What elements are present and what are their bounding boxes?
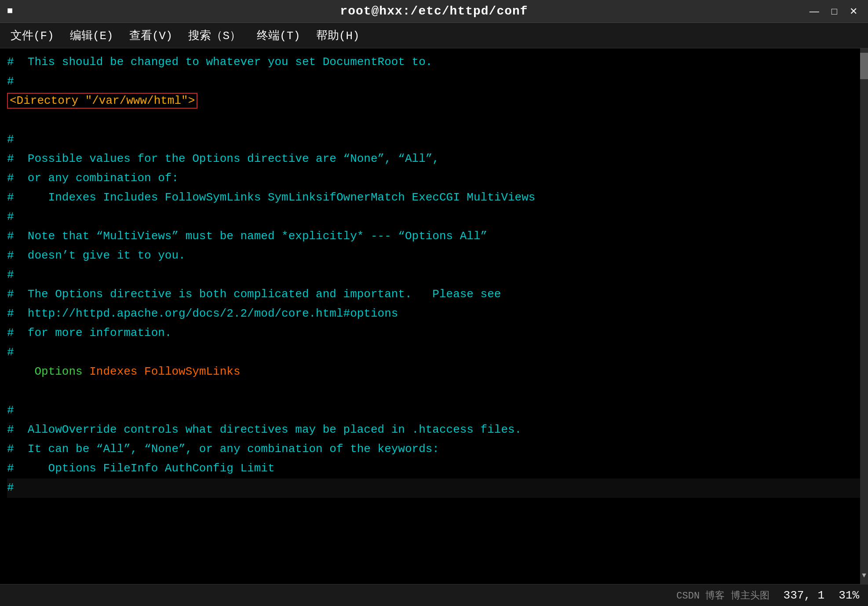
- code-line: # Options FileInfo AuthConfig Limit: [7, 459, 861, 478]
- code-line: # Possible values for the Options direct…: [7, 150, 861, 169]
- menu-terminal[interactable]: 终端(T): [250, 24, 307, 47]
- code-line: # This should be changed to whatever you…: [7, 53, 861, 72]
- title-bar: ■ root@hxx:/etc/httpd/conf — □ ✕: [0, 0, 868, 23]
- window-title: root@hxx:/etc/httpd/conf: [340, 4, 528, 18]
- code-line: #: [7, 266, 861, 285]
- code-line: #: [7, 478, 861, 498]
- code-line: #: [7, 343, 861, 362]
- code-line: #: [7, 72, 861, 91]
- code-line: #: [7, 130, 861, 150]
- code-line: #: [7, 401, 861, 420]
- code-line: [7, 382, 861, 401]
- menu-view[interactable]: 查看(V): [122, 24, 180, 47]
- options-directive-line: Options Indexes FollowSymLinks: [7, 362, 861, 382]
- scroll-percent: 31%: [839, 589, 859, 602]
- maximize-button[interactable]: □: [828, 5, 841, 18]
- directory-directive-line: <Directory "/var/www/html">: [7, 91, 861, 111]
- menu-edit[interactable]: 编辑(E): [63, 24, 120, 47]
- editor-area[interactable]: # This should be changed to whatever you…: [0, 48, 868, 584]
- code-content: # This should be changed to whatever you…: [0, 53, 868, 498]
- code-line: # Indexes Includes FollowSymLinks SymLin…: [7, 188, 861, 208]
- code-line: # The Options directive is both complica…: [7, 285, 861, 304]
- code-line: #: [7, 208, 861, 227]
- status-bar: CSDN 博客 博主头图 337, 1 31%: [0, 584, 868, 606]
- code-line: # or any combination of:: [7, 169, 861, 188]
- menu-bar: 文件(F) 编辑(E) 查看(V) 搜索（S） 终端(T) 帮助(H): [0, 23, 868, 48]
- close-button[interactable]: ✕: [846, 5, 861, 18]
- code-line: [7, 111, 861, 130]
- code-line: # http://httpd.apache.org/docs/2.2/mod/c…: [7, 304, 861, 324]
- menu-file[interactable]: 文件(F): [4, 24, 61, 47]
- scrollbar-thumb[interactable]: [860, 53, 868, 79]
- cursor-position: 337, 1: [784, 589, 825, 602]
- window-controls: — □ ✕: [806, 5, 861, 18]
- directory-directive-highlight: <Directory "/var/www/html">: [7, 93, 197, 109]
- code-line: # for more information.: [7, 324, 861, 343]
- scroll-down-arrow[interactable]: ▼: [860, 572, 868, 580]
- menu-help[interactable]: 帮助(H): [309, 24, 367, 47]
- code-line: # Note that “MultiViews” must be named *…: [7, 227, 861, 246]
- code-line: # It can be “All”, “None”, or any combin…: [7, 440, 861, 459]
- minimize-button[interactable]: —: [806, 5, 823, 18]
- code-line: # AllowOverride controls what directives…: [7, 420, 861, 440]
- menu-search[interactable]: 搜索（S）: [181, 24, 248, 47]
- csdn-label: CSDN 博客 博主头图: [676, 589, 769, 602]
- terminal-window: ■ root@hxx:/etc/httpd/conf — □ ✕ 文件(F) 编…: [0, 0, 868, 606]
- vertical-scrollbar[interactable]: ▼: [860, 48, 868, 584]
- code-line: # doesn’t give it to you.: [7, 246, 861, 266]
- terminal-icon: ■: [7, 6, 13, 17]
